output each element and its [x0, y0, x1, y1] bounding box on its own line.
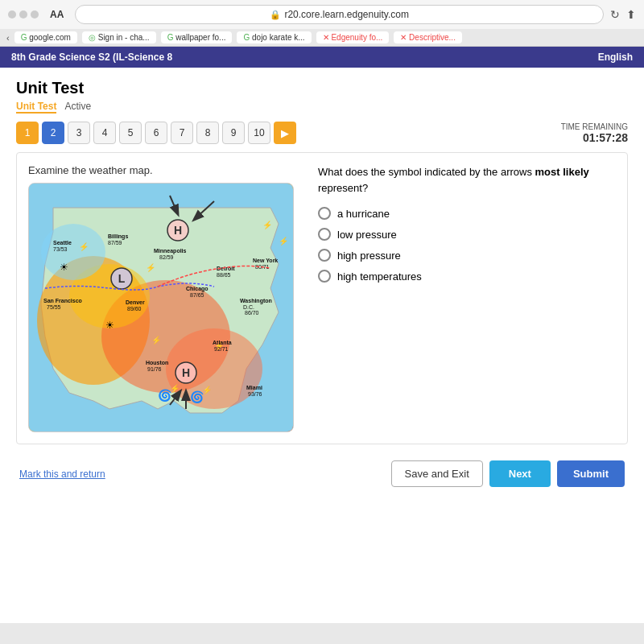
app-header: 8th Grade Science S2 (IL-Science 8 Engli… — [0, 47, 644, 68]
time-label: TIME REMAINING — [561, 122, 628, 131]
play-button[interactable]: ▶ — [274, 122, 296, 144]
tab-signin[interactable]: ◎ Sign in - cha... — [82, 31, 156, 43]
radio-hurricane[interactable] — [318, 207, 331, 220]
svg-text:San Francisco: San Francisco — [43, 298, 82, 303]
question-right: What does the symbol indicated by the ar… — [318, 164, 616, 432]
mark-return-link[interactable]: Mark this and return — [19, 469, 105, 480]
svg-text:75/55: 75/55 — [47, 304, 61, 310]
breadcrumb: Unit Test Active — [16, 101, 628, 114]
submit-button[interactable]: Submit — [557, 460, 625, 487]
option-hurricane[interactable]: a hurricane — [318, 207, 616, 220]
page-title: Unit Test — [16, 79, 628, 97]
svg-text:89/60: 89/60 — [127, 306, 142, 312]
question-btn-2[interactable]: 2 — [42, 122, 64, 144]
browser-dot-3 — [31, 10, 39, 19]
svg-text:93/76: 93/76 — [248, 391, 262, 397]
question-text-before: What does the symbol indicated by the ar… — [318, 166, 535, 178]
svg-text:86/70: 86/70 — [245, 310, 259, 316]
svg-text:Chicago: Chicago — [186, 286, 208, 292]
question-btn-6[interactable]: 6 — [145, 122, 167, 144]
svg-text:91/76: 91/76 — [147, 366, 162, 372]
time-remaining: TIME REMAINING 01:57:28 — [561, 122, 628, 144]
back-button[interactable]: ‹ — [6, 33, 10, 43]
svg-text:⚡: ⚡ — [151, 335, 162, 345]
option-high-pressure-label: high pressure — [337, 250, 401, 262]
tab-descriptive[interactable]: ✕ Descriptive... — [394, 31, 462, 43]
option-high-pressure[interactable]: high pressure — [318, 249, 616, 262]
question-navigation: 1 2 3 4 5 6 7 8 9 10 ▶ TIME REMAINING 01… — [16, 122, 628, 144]
svg-text:Miami: Miami — [246, 385, 262, 390]
option-hurricane-label: a hurricane — [337, 208, 390, 220]
svg-text:87/65: 87/65 — [190, 292, 204, 298]
svg-text:92/71: 92/71 — [214, 346, 229, 352]
bottom-bar: Mark this and return Save and Exit Next … — [16, 454, 628, 493]
svg-text:🌀: 🌀 — [158, 389, 172, 402]
browser-dot-1 — [8, 10, 16, 19]
svg-text:88/65: 88/65 — [217, 272, 231, 278]
weather-map: H L H — [28, 183, 294, 432]
svg-text:Seattle: Seattle — [53, 240, 72, 246]
question-btn-10[interactable]: 10 — [248, 122, 270, 144]
next-button[interactable]: Next — [489, 460, 551, 487]
app-header-title: 8th Grade Science S2 (IL-Science 8 — [11, 52, 172, 63]
question-text-suffix: represent? — [318, 182, 368, 194]
question-text: What does the symbol indicated by the ar… — [318, 164, 616, 196]
svg-text:H: H — [182, 366, 190, 379]
question-text-bold: most likely — [535, 166, 589, 178]
svg-text:☀: ☀ — [60, 262, 68, 273]
breadcrumb-unit-test[interactable]: Unit Test — [16, 101, 56, 114]
question-btn-8[interactable]: 8 — [196, 122, 219, 144]
question-btn-1[interactable]: 1 — [16, 122, 39, 144]
tab-wallpaper[interactable]: G wallpaper fo... — [161, 31, 233, 43]
tab-google[interactable]: G google.com — [14, 31, 77, 43]
svg-text:Denver: Denver — [126, 299, 145, 305]
option-low-pressure[interactable]: low pressure — [318, 228, 616, 241]
app-language: English — [598, 52, 633, 63]
question-btn-7[interactable]: 7 — [171, 122, 193, 144]
url-text: r20.core.learn.edgenuity.com — [284, 9, 409, 20]
radio-high-temperatures[interactable] — [318, 270, 331, 283]
option-high-temperatures[interactable]: high temperatures — [318, 270, 616, 283]
weather-map-svg: H L H — [29, 184, 294, 432]
svg-text:⚡: ⚡ — [279, 236, 289, 246]
save-exit-button[interactable]: Save and Exit — [391, 460, 483, 487]
question-btn-9[interactable]: 9 — [222, 122, 245, 144]
page-content: Unit Test Unit Test Active 1 2 3 4 5 6 7… — [0, 68, 644, 623]
svg-text:L: L — [118, 272, 126, 285]
tab-edgenuity[interactable]: ✕ Edgenuity fo... — [316, 31, 390, 43]
svg-text:73/53: 73/53 — [53, 246, 68, 252]
question-btn-3[interactable]: 3 — [68, 122, 90, 144]
svg-text:New York: New York — [253, 258, 278, 263]
reload-button[interactable]: ↻ — [610, 8, 620, 21]
svg-text:Washington: Washington — [240, 298, 272, 304]
browser-tabs: ‹ G google.com ◎ Sign in - cha... G wall… — [0, 29, 644, 46]
question-btn-5[interactable]: 5 — [119, 122, 142, 144]
url-bar[interactable]: 🔒 r20.core.learn.edgenuity.com — [75, 5, 604, 24]
browser-dot-2 — [19, 10, 27, 19]
option-low-pressure-label: low pressure — [337, 229, 397, 241]
question-area: Examine the weather map. — [16, 152, 628, 444]
svg-text:🌀: 🌀 — [190, 390, 204, 404]
question-btn-4[interactable]: 4 — [93, 122, 116, 144]
svg-point-5 — [41, 224, 105, 280]
breadcrumb-status: Active — [64, 101, 91, 114]
svg-text:⚡: ⚡ — [79, 242, 89, 252]
tab-dojo[interactable]: G dojo karate k... — [237, 31, 311, 43]
browser-aa[interactable]: AA — [45, 9, 68, 20]
svg-text:Houston: Houston — [146, 360, 168, 365]
browser-chrome: AA 🔒 r20.core.learn.edgenuity.com ↻ ⬆ ‹ … — [0, 0, 644, 47]
option-high-temperatures-label: high temperatures — [337, 270, 422, 283]
svg-text:Minneapolis: Minneapolis — [154, 248, 187, 254]
radio-low-pressure[interactable] — [318, 228, 331, 241]
svg-text:82/59: 82/59 — [159, 254, 174, 260]
svg-text:H: H — [174, 224, 182, 237]
share-button[interactable]: ⬆ — [626, 8, 636, 21]
time-value: 01:57:28 — [561, 131, 628, 144]
lock-icon: 🔒 — [270, 10, 281, 20]
question-nav-left: 1 2 3 4 5 6 7 8 9 10 ▶ — [16, 122, 296, 144]
svg-text:☀: ☀ — [105, 320, 114, 331]
svg-text:⚡: ⚡ — [262, 220, 273, 230]
radio-high-pressure[interactable] — [318, 249, 331, 262]
svg-text:Billings: Billings — [108, 233, 128, 240]
bottom-buttons: Save and Exit Next Submit — [391, 460, 625, 487]
